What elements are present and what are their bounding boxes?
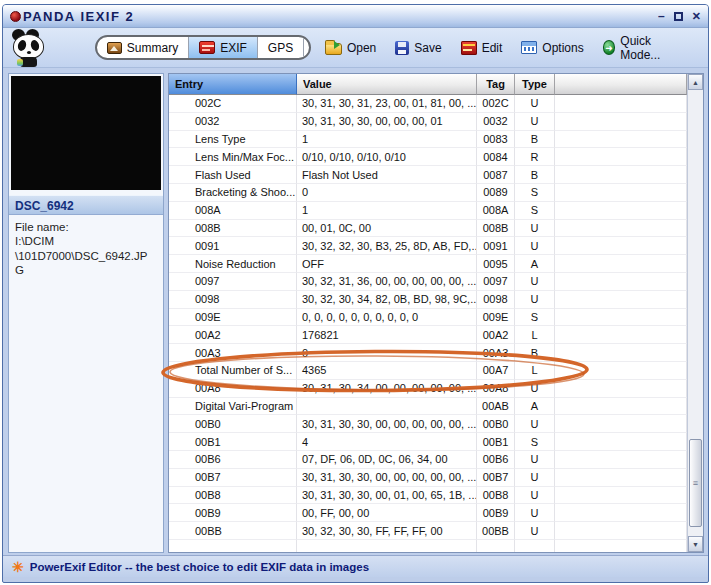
cell-empty [555,220,687,238]
cell-entry: 0097 [169,273,297,291]
cell-empty [555,148,687,166]
table-row[interactable]: 008B00, 01, 0C, 00008BU [169,220,687,238]
cell-entry: 00B9 [169,504,297,522]
edit-button[interactable]: Edit [461,41,503,55]
cell-empty [555,166,687,184]
cell-value: OFF [297,255,477,273]
table-row[interactable]: Flash UsedFlash Not Used0087B [169,166,687,184]
table-row[interactable]: 00A830, 31, 30, 34, 00, 00, 00, 00, 00, … [169,380,687,398]
cell-tag [477,540,515,552]
table-row[interactable]: 00BB30, 32, 30, 30, FF, FF, FF, 0000BBU [169,522,687,540]
table-row[interactable]: Lens Type10083B [169,131,687,149]
summary-photo-icon [107,42,122,54]
cell-value: 30, 31, 30, 30, 00, 00, 00, 01 [297,113,477,131]
cell-type: S [515,433,555,451]
cell-entry: 00B8 [169,487,297,505]
table-row[interactable]: 002C30, 31, 30, 31, 23, 00, 01, 81, 00, … [169,95,687,113]
table-row[interactable]: 009E0, 0, 0, 0, 0, 0, 0, 0, 0, 0009ES [169,309,687,327]
table-row[interactable]: 00B607, DF, 06, 0D, 0C, 06, 34, 0000B6U [169,451,687,469]
photo-thumbnail[interactable] [11,76,161,190]
table-row[interactable]: Lens Min/Max Foc...0/10, 0/10, 0/10, 0/1… [169,148,687,166]
column-header-tag[interactable]: Tag [477,74,515,95]
cell-value: 1 [297,131,477,149]
cell-value: 30, 32, 31, 36, 00, 00, 00, 00, 00, ... [297,273,477,291]
cell-empty [555,95,687,113]
vertical-scrollbar[interactable]: ▲ ≡ ▼ [687,74,703,552]
cell-entry [169,540,297,552]
cell-type: U [515,487,555,505]
cell-value: 30, 31, 30, 30, 00, 00, 00, 00, 00, ... [297,469,477,487]
cell-entry: Lens Min/Max Foc... [169,148,297,166]
cell-value: 30, 32, 30, 34, 82, 0B, BD, 98, 9C,... [297,291,477,309]
file-path-line: \101D7000\DSC_6942.JP [15,249,160,263]
table-row[interactable]: 009130, 32, 32, 30, B3, 25, 8D, AB, FD,.… [169,237,687,255]
table-row[interactable]: 00B830, 31, 30, 30, 00, 01, 00, 65, 1B, … [169,487,687,505]
table-row[interactable]: 003230, 31, 30, 30, 00, 00, 00, 010032U [169,113,687,131]
cell-value: 0, 0, 0, 0, 0, 0, 0, 0, 0, 0 [297,309,477,327]
quick-mode-button[interactable]: ➜ Quick Mode... [603,34,681,62]
cell-empty [555,202,687,220]
cell-empty [555,291,687,309]
open-button[interactable]: Open [325,41,376,55]
open-button-label: Open [347,41,376,55]
table-row[interactable]: 009730, 32, 31, 36, 00, 00, 00, 00, 00, … [169,273,687,291]
column-header-entry[interactable]: Entry [169,74,297,95]
cell-value: 0/10, 0/10, 0/10, 0/10 [297,148,477,166]
cell-type: B [515,344,555,362]
cell-value: 0 [297,344,477,362]
scrollbar-thumb[interactable]: ≡ [689,439,702,527]
scroll-down-button[interactable]: ▼ [688,536,703,552]
cell-type [515,540,555,552]
cell-entry: 0098 [169,291,297,309]
table-row[interactable]: 00B730, 31, 30, 30, 00, 00, 00, 00, 00, … [169,469,687,487]
cell-tag: 0098 [477,291,515,309]
tab-gps-label: GPS [268,41,293,55]
tab-gps[interactable]: GPS [258,37,304,58]
image-name-label: DSC_6942 [9,195,163,215]
toolbar: Summary EXIF GPS IPTC Open Save Edit [3,28,708,68]
table-row[interactable] [169,540,687,552]
cell-tag: 00A2 [477,326,515,344]
cell-empty [555,362,687,380]
status-star-icon: ✳ [12,560,24,574]
tab-iptc[interactable]: IPTC [304,37,311,58]
cell-tag: 008B [477,220,515,238]
table-row[interactable]: Noise ReductionOFF0095A [169,255,687,273]
cell-type: U [515,113,555,131]
column-header-type[interactable]: Type [515,74,555,95]
save-button[interactable]: Save [395,41,441,55]
app-window: PANDA IEXIF 2 – ✕ Summary EXIF GPS [2,4,709,583]
table-row[interactable]: 008A1008AS [169,202,687,220]
save-button-label: Save [414,41,441,55]
cell-value: 00, 01, 0C, 00 [297,220,477,238]
cell-empty [555,504,687,522]
quick-mode-icon: ➜ [603,40,616,55]
tab-exif-label: EXIF [220,41,247,55]
table-row[interactable]: 009830, 32, 30, 34, 82, 0B, BD, 98, 9C,.… [169,291,687,309]
table-row[interactable]: Total Number of S...436500A7L [169,362,687,380]
table-row[interactable]: 00A3000A3B [169,344,687,362]
cell-tag: 00BB [477,522,515,540]
minimize-button[interactable]: – [658,11,665,21]
tab-summary[interactable]: Summary [97,37,189,58]
table-row[interactable]: Bracketing & Shoo...00089S [169,184,687,202]
table-row[interactable]: 00B900, FF, 00, 0000B9U [169,504,687,522]
tab-exif[interactable]: EXIF [189,37,258,58]
scroll-up-button[interactable]: ▲ [688,74,703,90]
table-row[interactable]: 00A217682100A2L [169,326,687,344]
cell-empty [555,487,687,505]
tab-summary-label: Summary [127,41,178,55]
table-row[interactable]: 00B030, 31, 30, 30, 00, 00, 00, 00, 00, … [169,415,687,433]
maximize-button[interactable] [674,12,683,21]
table-row[interactable]: 00B1400B1S [169,433,687,451]
cell-tag: 0087 [477,166,515,184]
cell-tag: 00B8 [477,487,515,505]
cell-type: U [515,504,555,522]
table-row[interactable]: Digital Vari-Program00ABA [169,398,687,416]
options-button[interactable]: Options [521,41,583,55]
cell-tag: 0083 [477,131,515,149]
cell-entry: Digital Vari-Program [169,398,297,416]
close-button[interactable]: ✕ [692,10,701,23]
cell-entry: 0091 [169,237,297,255]
column-header-value[interactable]: Value [297,74,477,95]
